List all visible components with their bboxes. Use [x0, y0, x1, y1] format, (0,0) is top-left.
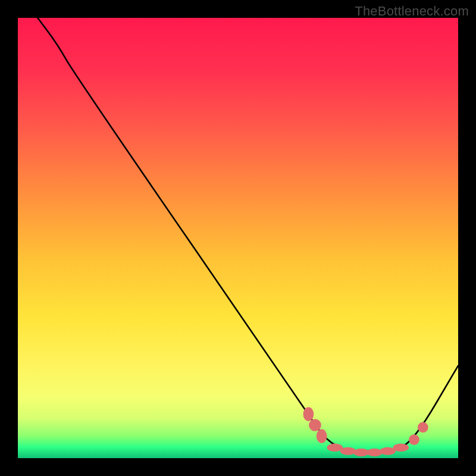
marker-dot — [340, 447, 356, 455]
plot-area — [18, 18, 458, 458]
marker-dot — [418, 422, 428, 433]
bottleneck-curve — [37, 18, 458, 453]
chart-frame: TheBottleneck.com — [0, 0, 476, 476]
marker-dot — [409, 434, 419, 445]
watermark-text: TheBottleneck.com — [355, 4, 469, 19]
marker-dot — [309, 419, 321, 431]
marker-dot — [367, 449, 383, 456]
marker-dot — [393, 444, 409, 452]
marker-dot — [317, 429, 327, 443]
marker-dot — [303, 407, 314, 421]
curve-markers — [303, 407, 428, 456]
curve-layer — [18, 18, 458, 458]
